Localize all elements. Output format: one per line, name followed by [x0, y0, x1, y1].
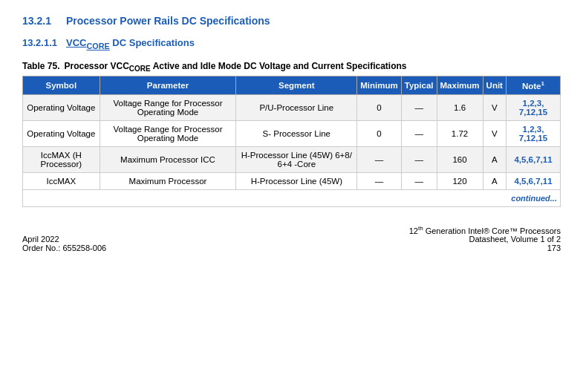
cell-note: 4,5,6,7,11: [506, 146, 560, 172]
table-header-row: Symbol Parameter Segment Minimum Typical…: [23, 76, 561, 94]
cell-symbol: Operating Voltage: [23, 120, 100, 146]
cell-typical: —: [401, 172, 437, 189]
col-header-segment: Segment: [236, 76, 357, 94]
caption-label: Table 75.: [22, 61, 59, 71]
cell-segment: S- Processor Line: [236, 120, 357, 146]
col-header-parameter: Parameter: [100, 76, 236, 94]
vcc-prefix: VCC: [66, 37, 86, 48]
cell-typical: —: [401, 120, 437, 146]
cell-parameter: Maximum Processor ICC: [100, 146, 236, 172]
cell-unit: A: [483, 146, 506, 172]
table-row: Operating VoltageVoltage Range for Proce…: [23, 120, 561, 146]
footer-datasheet: Datasheet, Volume 1 of 2: [409, 235, 561, 244]
footer-page: 173: [409, 244, 561, 252]
cell-typical: —: [401, 146, 437, 172]
col-header-unit: Unit: [483, 76, 506, 94]
cell-minimum: 0: [357, 120, 401, 146]
cell-maximum: 160: [437, 146, 483, 172]
caption-text: Processor VCCCORE Active and Idle Mode D…: [64, 61, 406, 73]
vcc-suffix: DC Specifications: [110, 37, 195, 48]
section-number-1: 13.2.1: [22, 15, 51, 27]
cell-segment: H-Processor Line (45W): [236, 172, 357, 189]
col-header-note: Note1: [506, 76, 560, 94]
col-header-minimum: Minimum: [357, 76, 401, 94]
footer-left: April 2022 Order No.: 655258-006: [22, 235, 106, 252]
page-footer: April 2022 Order No.: 655258-006 12th Ge…: [22, 225, 561, 253]
col-header-typical: Typical: [401, 76, 437, 94]
footer-date: April 2022: [22, 235, 106, 244]
continued-row: continued...: [23, 189, 561, 206]
cell-segment: P/U-Processor Line: [236, 94, 357, 120]
cell-minimum: —: [357, 146, 401, 172]
cell-typical: —: [401, 94, 437, 120]
cell-unit: V: [483, 120, 506, 146]
cell-symbol: Operating Voltage: [23, 94, 100, 120]
cell-segment: H-Processor Line (45W) 6+8/ 6+4 -Core: [236, 146, 357, 172]
cell-note: 1,2,3, 7,12,15: [506, 94, 560, 120]
cell-parameter: Voltage Range for Processor Operating Mo…: [100, 94, 236, 120]
section-title-2: VCCCORE DC Specifications: [66, 37, 195, 50]
cell-unit: V: [483, 94, 506, 120]
spec-table: Symbol Parameter Segment Minimum Typical…: [22, 76, 561, 207]
cell-minimum: —: [357, 172, 401, 189]
cell-symbol: IccMAX: [23, 172, 100, 189]
cell-minimum: 0: [357, 94, 401, 120]
table-row: Operating VoltageVoltage Range for Proce…: [23, 94, 561, 120]
col-header-maximum: Maximum: [437, 76, 483, 94]
cell-maximum: 120: [437, 172, 483, 189]
cell-note: 1,2,3, 7,12,15: [506, 120, 560, 146]
footer-order: Order No.: 655258-006: [22, 244, 106, 252]
footer-product: 12th Generation Intel® Core™ Processors: [409, 225, 561, 235]
cell-parameter: Voltage Range for Processor Operating Mo…: [100, 120, 236, 146]
cell-symbol: IccMAX (H Processor): [23, 146, 100, 172]
section-number-2: 13.2.1.1: [22, 37, 57, 48]
section-title-1: Processor Power Rails DC Specifications: [66, 15, 270, 27]
table-row: IccMAXMaximum ProcessorH-Processor Line …: [23, 172, 561, 189]
footer-right: 12th Generation Intel® Core™ Processors …: [409, 225, 561, 253]
cell-parameter: Maximum Processor: [100, 172, 236, 189]
cell-note: 4,5,6,7,11: [506, 172, 560, 189]
col-header-symbol: Symbol: [23, 76, 100, 94]
table-caption: Table 75. Processor VCCCORE Active and I…: [22, 61, 561, 73]
cell-unit: A: [483, 172, 506, 189]
table-row: IccMAX (H Processor)Maximum Processor IC…: [23, 146, 561, 172]
cell-maximum: 1.6: [437, 94, 483, 120]
cell-maximum: 1.72: [437, 120, 483, 146]
vcc-subscript: CORE: [86, 42, 109, 50]
continued-label: continued...: [23, 189, 561, 206]
